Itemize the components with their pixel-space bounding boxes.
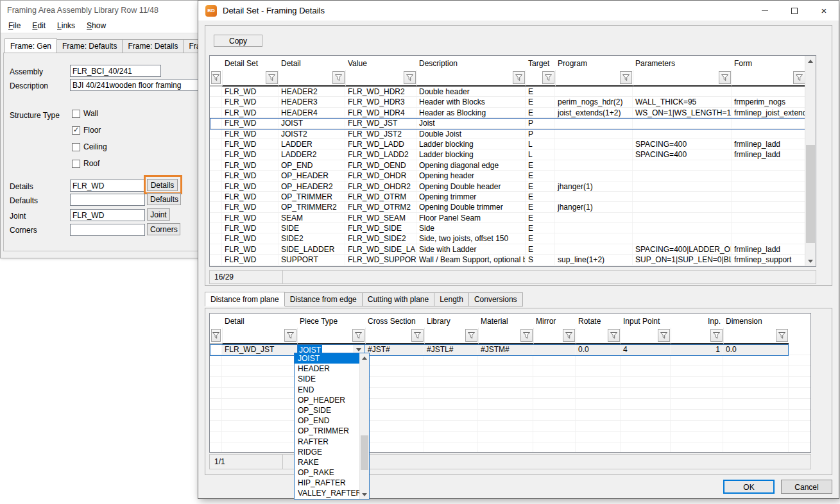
filter-funnel-icon[interactable] [211,329,221,342]
copy-button[interactable]: Copy [214,35,262,47]
column-header-detail[interactable]: Detail [279,56,345,70]
column-header-dimension[interactable]: Dimension [723,314,789,328]
filter-funnel-icon[interactable] [266,71,278,84]
dropdown-option-op-rake[interactable]: OP_RAKE [295,467,369,478]
minimize-button[interactable] [750,1,780,21]
menu-item-edit[interactable]: Edit [26,19,51,32]
tab-cutting-with-plane[interactable]: Cutting with plane [363,292,434,307]
filter-funnel-icon[interactable] [284,329,296,342]
maximize-button[interactable] [780,1,809,21]
row-selector[interactable] [210,129,222,139]
column-header-description[interactable]: Description [416,56,526,70]
filter-funnel-icon[interactable] [520,329,533,342]
row-selector[interactable] [210,223,222,233]
filter-cell-dimension[interactable] [723,328,789,344]
scroll-up-icon[interactable] [360,353,369,362]
filter-funnel-icon[interactable] [710,329,723,342]
row-selector[interactable] [210,97,222,106]
row-selector[interactable] [210,344,222,355]
dropdown-option-hip-rafter[interactable]: HIP_RAFTER [295,478,369,488]
joint-input[interactable] [70,209,145,221]
table-row[interactable]: FLR_WDHEADER3FLR_WD_HDR3Header with Bloc… [210,97,816,107]
column-header-program[interactable]: Program [555,56,633,70]
column-header-material[interactable]: Material [478,314,533,328]
dropdown-option-rake[interactable]: RAKE [295,457,369,467]
column-header-inp[interactable]: Inp. [671,314,723,328]
dropdown-option-side[interactable]: SIDE [295,374,369,384]
tab-frame-defaults[interactable]: Frame: Defaults [57,39,123,53]
row-selector[interactable] [210,118,222,128]
filter-cell-detail[interactable] [279,70,345,87]
table-row[interactable]: FLR_WDLADDERFLR_WD_LADDLadder blockingLS… [210,139,816,149]
row-selector[interactable] [210,213,222,223]
table-row[interactable]: FLR_WDSEAMFLR_WD_SEAMFloor Panel SeamE [210,213,816,223]
vertical-scrollbar[interactable] [805,56,816,266]
table-row[interactable]: FLR_WDSUPPORTFLR_WD_SUPPORTWall / Beam S… [210,255,816,265]
row-selector[interactable] [210,202,222,212]
ok-button[interactable]: OK [723,480,775,494]
dropdown-option-end[interactable]: END [295,385,369,395]
filter-cell-description[interactable] [416,70,526,87]
row-selector[interactable] [210,244,222,254]
row-selector[interactable] [210,171,222,180]
tab-distance-from-edge[interactable]: Distance from edge [285,292,363,307]
tab-frame-details[interactable]: Frame: Details [123,39,184,53]
dropdown-option-op-end[interactable]: OP_END [295,416,369,426]
column-header-detail[interactable]: Detail [222,314,297,328]
filter-cell-rotate[interactable] [576,328,621,344]
filter-funnel-icon[interactable] [352,329,364,342]
row-selector[interactable] [210,149,222,159]
tab-conversions[interactable]: Conversions [469,292,523,307]
checkbox-floor[interactable]: Floor [72,126,101,135]
table-row[interactable]: FLR_WDOP_TRIMMER2FLR_WD_OTRM2Opening Dou… [210,202,816,212]
dropdown-option-op-side[interactable]: OP_SIDE [295,405,369,416]
filter-cell-cross-section[interactable] [365,328,424,344]
filter-cell-library[interactable] [424,328,478,344]
column-header-piece-type[interactable]: Piece Type [297,314,365,328]
filter-funnel-icon[interactable] [563,329,575,342]
filter-cell-detail[interactable] [222,328,297,344]
joint-button[interactable]: Joint [147,208,170,221]
scroll-down-icon[interactable] [360,490,369,499]
filter-funnel-icon[interactable] [404,71,416,84]
column-header-mirror[interactable]: Mirror [533,314,576,328]
scrollbar-thumb[interactable] [806,145,815,243]
filter-funnel-icon[interactable] [793,71,805,84]
scrollbar-thumb[interactable] [361,435,368,470]
row-selector[interactable] [210,181,222,191]
scroll-down-icon[interactable] [805,256,816,266]
filter-funnel-icon[interactable] [608,329,620,342]
filter-cell-piece-type[interactable] [297,328,365,344]
table-row[interactable]: FLR_WDJOIST2FLR_WD_JST2Double JoistP [210,129,816,139]
tab-distance-from-plane[interactable]: Distance from plane [205,292,285,307]
checkbox-wall[interactable]: Wall [72,109,98,118]
column-header-target[interactable]: Target [526,56,555,70]
row-selector[interactable] [210,139,222,149]
checkbox-ceiling[interactable]: Ceiling [72,142,107,151]
corners-button[interactable]: Corners [147,223,180,235]
filter-funnel-icon[interactable] [620,71,632,84]
corners-input[interactable] [70,224,145,236]
filter-cell-value[interactable] [345,70,416,87]
dropdown-option-ridge[interactable]: RIDGE [295,447,369,457]
table-row[interactable]: FLR_WDSIDE_LADDERFLR_WD_SIDE_LA...Side w… [210,244,816,255]
filter-cell-target[interactable] [526,70,555,87]
filter-cell-parameters[interactable] [633,70,732,87]
table-row[interactable]: FLR_WDLADDER2FLR_WD_LADD2Ladder blocking… [210,149,816,160]
row-selector[interactable] [210,192,222,201]
tab-length[interactable]: Length [434,292,469,307]
table-row[interactable]: FLR_WDHEADER4FLR_WD_HDR4Header as Blocki… [210,108,816,118]
cancel-button[interactable]: Cancel [781,480,832,494]
filter-cell-program[interactable] [555,70,633,87]
column-header-rotate[interactable]: Rotate [576,314,621,328]
column-header-parameters[interactable]: Parameters [633,56,732,70]
column-header-library[interactable]: Library [424,314,478,328]
dropdown-option-op-header[interactable]: OP_HEADER [295,395,369,405]
column-header-detail-set[interactable]: Detail Set [222,56,279,70]
details-input[interactable] [70,180,145,192]
filter-cell-input-point[interactable] [621,328,671,344]
dropdown-option-op-trimmer[interactable]: OP_TRIMMER [295,426,369,436]
filter-funnel-icon[interactable] [465,329,477,342]
table-row[interactable]: FLR_WDSIDE2FLR_WD_SIDE2Side, two joists,… [210,233,816,244]
column-header-input-point[interactable]: Input Point [621,314,671,328]
